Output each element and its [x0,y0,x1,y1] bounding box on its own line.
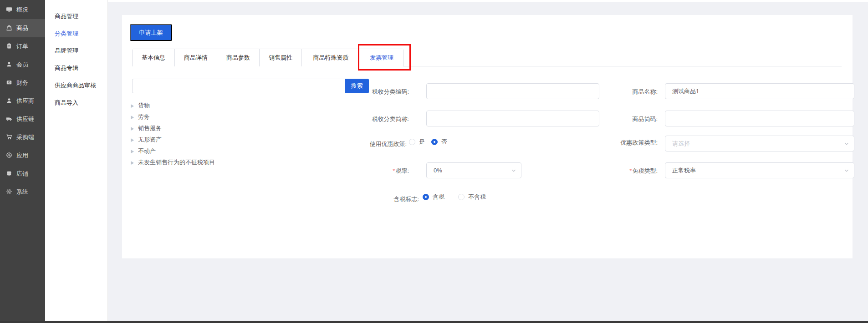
tax-short-name-label: 税收分类简称: [350,115,409,123]
caret-right-icon[interactable]: ▶ [131,103,134,108]
policy-type-label: 优惠政策类型: [598,139,658,147]
tab-basic-info[interactable]: 基本信息 [133,49,175,66]
sidebar-item-label: 会员 [16,61,28,69]
preferential-policy-label: 使用优惠政策: [347,140,407,148]
tab-special-qualifications[interactable]: 商品特殊资质 [302,49,360,66]
store-icon [6,170,12,178]
tax-free-type-select[interactable]: 正常税率 [665,162,854,178]
tab-sales-attributes[interactable]: 销售属性 [260,49,302,66]
policy-type-select[interactable]: 请选择 [665,136,854,151]
submenu-item-brand-management[interactable]: 品牌管理 [45,42,107,60]
product-tabs: 基本信息 商品详情 商品参数 销售属性 商品特殊资质 发票管理 [132,49,842,66]
primary-sidebar: 概况 商品 订单 会员 财务 供应商 供应链 采购端 应用 店铺 系统 [0,0,45,321]
submenu-item-product-albums[interactable]: 商品专辑 [45,60,107,77]
tree-item-intangible-assets[interactable]: ▶无形资产 [131,134,349,145]
sidebar-item-label: 供应商 [16,97,34,105]
sidebar-item-apps[interactable]: 应用 [0,146,45,165]
submenu-item-supplier-product-review[interactable]: 供应商商品审核 [45,77,107,94]
tax-classification-tree: ▶货物 ▶劳务 ▶销售服务 ▶无形资产 ▶不动产 ▶未发生销售行为的不征税项目 [131,100,349,168]
tax-free-type-label: *免税类型: [598,167,658,175]
monitor-icon [6,6,12,14]
sidebar-item-products[interactable]: 商品 [0,19,45,37]
search-input[interactable] [132,79,345,93]
taskbar-edge [0,321,868,323]
caret-right-icon[interactable]: ▶ [131,148,134,154]
radio-no-label[interactable]: 否 [441,138,447,146]
product-short-code-input[interactable] [665,111,854,126]
tree-item-goods[interactable]: ▶货物 [131,100,349,111]
preferential-policy-radio-group: 是 否 [409,138,447,146]
sidebar-item-procurement[interactable]: 采购端 [0,128,45,146]
radio-tax-excluded-label[interactable]: 不含税 [468,193,486,201]
sidebar-item-members[interactable]: 会员 [0,56,45,74]
radio-tax-included[interactable] [423,194,429,200]
sidebar-item-finance[interactable]: 财务 [0,74,45,92]
sidebar-item-overview[interactable]: 概况 [0,1,45,19]
order-icon [6,43,12,50]
sidebar-item-store[interactable]: 店铺 [0,165,45,183]
supply-chain-icon [6,116,12,123]
product-name-input[interactable] [665,83,854,99]
tax-rate-select[interactable]: 0% [426,162,521,178]
tab-invoice-management[interactable]: 发票管理 [360,49,403,66]
caret-right-icon[interactable]: ▶ [131,114,134,120]
tab-product-params[interactable]: 商品参数 [217,49,260,66]
tax-code-label: 税收分类编码: [350,88,409,96]
bag-icon [6,25,12,32]
products-submenu: 商品管理 分类管理 品牌管理 商品专辑 供应商商品审核 商品导入 [45,0,108,321]
sidebar-item-system[interactable]: 系统 [0,183,45,201]
sidebar-item-orders[interactable]: 订单 [0,37,45,56]
supplier-icon [6,97,12,105]
sidebar-item-label: 店铺 [16,170,28,178]
procurement-icon [6,134,12,141]
sidebar-item-label: 供应链 [16,115,34,123]
required-asterisk: * [629,167,632,174]
submenu-item-product-management[interactable]: 商品管理 [45,8,107,25]
tree-item-real-estate[interactable]: ▶不动产 [131,145,349,156]
tab-product-detail[interactable]: 商品详情 [175,49,217,66]
sidebar-item-label: 订单 [16,42,28,50]
sidebar-item-label: 财务 [16,79,28,87]
invoice-management-card: 申请上架 基本信息 商品详情 商品参数 销售属性 商品特殊资质 发票管理 搜索 … [122,15,853,258]
member-icon [6,61,12,69]
sidebar-item-label: 系统 [16,188,28,196]
sidebar-item-label: 应用 [16,151,28,160]
system-icon [6,188,12,196]
finance-icon [6,79,12,87]
product-short-code-label: 商品简码: [598,115,658,123]
sidebar-item-label: 采购端 [16,133,34,141]
radio-tax-included-label[interactable]: 含税 [433,193,444,201]
required-asterisk: * [393,167,395,174]
caret-right-icon[interactable]: ▶ [131,160,134,165]
radio-no[interactable] [431,139,438,145]
tree-item-labor[interactable]: ▶劳务 [131,111,349,122]
sidebar-item-supply-chain[interactable]: 供应链 [0,110,45,128]
tax-short-name-input[interactable] [426,111,599,126]
apply-listing-button[interactable]: 申请上架 [130,24,172,41]
tax-included-label: 含税标志: [360,195,419,203]
caret-right-icon[interactable]: ▶ [131,137,134,142]
tree-item-non-taxable[interactable]: ▶未发生销售行为的不征税项目 [131,156,349,168]
radio-yes-label[interactable]: 是 [419,138,425,146]
submenu-item-category-management[interactable]: 分类管理 [45,25,107,42]
tax-code-input[interactable] [426,83,599,99]
chevron-down-icon [511,168,516,175]
caret-right-icon[interactable]: ▶ [131,126,134,131]
chevron-down-icon [844,168,849,175]
tax-classification-search: 搜索 [132,79,369,93]
apps-icon [6,152,12,160]
product-name-label: 商品名称: [598,88,658,96]
sidebar-item-suppliers[interactable]: 供应商 [0,92,45,110]
radio-yes[interactable] [409,139,415,145]
radio-tax-excluded[interactable] [458,194,465,200]
top-strip [108,0,868,2]
tax-included-radio-group: 含税 不含税 [423,193,486,201]
tree-item-sales-services[interactable]: ▶销售服务 [131,122,349,134]
sidebar-item-label: 商品 [16,24,28,32]
sidebar-item-label: 概况 [16,6,28,14]
submenu-item-product-import[interactable]: 商品导入 [45,94,107,111]
chevron-down-icon [844,141,849,148]
tax-rate-label: *税率: [350,167,409,175]
